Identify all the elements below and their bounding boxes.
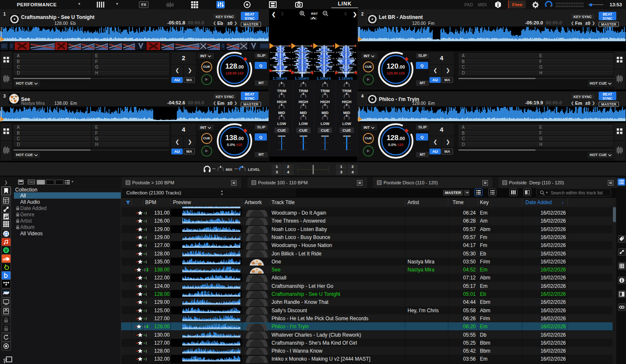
svg-text:Nastya Mira: Nastya Mira <box>251 262 263 265</box>
svg-text:Nastya Mira: Nastya Mira <box>10 96 18 97</box>
svg-text:Nastya Mira: Nastya Mira <box>251 271 263 273</box>
